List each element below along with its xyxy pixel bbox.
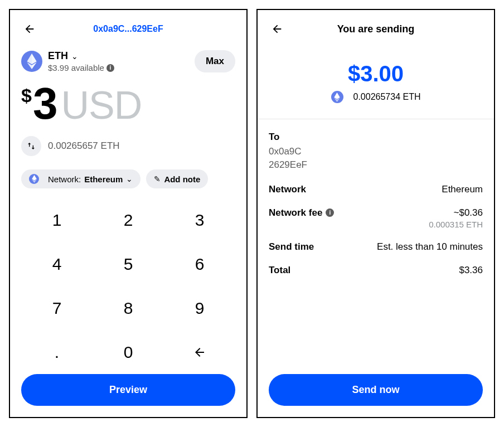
network-selector[interactable]: Network: Ethereum ⌄ (21, 169, 140, 188)
send-amount-fiat: $3.00 (269, 61, 483, 86)
send-amount-crypto: 0.00265734 ETH (353, 92, 421, 102)
key-7[interactable]: 7 (21, 287, 93, 331)
conversion-row: 0.00265657 ETH (21, 136, 235, 156)
pencil-icon: ✎ (154, 174, 161, 183)
amount-unit: USD (61, 86, 142, 125)
add-note-button[interactable]: ✎ Add note (146, 169, 208, 188)
asset-dropdown[interactable]: ETH ⌄ (48, 50, 114, 62)
send-now-button[interactable]: Send now (269, 374, 483, 406)
send-time-value: Est. less than 10 minutes (377, 241, 483, 253)
arrow-left-icon (271, 23, 283, 35)
recipient-address-link[interactable]: 0x0a9C...629EeF (38, 24, 219, 34)
send-entry-screen: 0x0a9C...629EeF ETH ⌄ $3.99 available i … (9, 9, 248, 418)
fee-label: Network fee (269, 207, 322, 219)
header: 0x0a9C...629EeF (21, 20, 235, 38)
arrow-left-icon (23, 23, 36, 35)
to-address-line1: 0x0a9C (269, 145, 483, 158)
key-2[interactable]: 2 (93, 198, 164, 242)
details: To 0x0a9C 2629EeF Network Ethereum Netwo… (269, 132, 483, 276)
network-value: Ethereum (442, 184, 483, 195)
total-value: $3.36 (459, 265, 483, 276)
to-label: To (269, 132, 483, 143)
eth-icon (29, 174, 39, 184)
key-5[interactable]: 5 (93, 242, 164, 287)
key-9[interactable]: 9 (164, 287, 235, 331)
key-6[interactable]: 6 (164, 242, 235, 287)
chevron-down-icon: ⌄ (126, 174, 133, 183)
arrow-left-icon (193, 346, 206, 359)
currency-prefix: $ (21, 85, 32, 106)
fee-row: Network fee i ~$0.36 0.000315 ETH (269, 207, 483, 229)
to-row: To 0x0a9C 2629EeF (269, 132, 483, 172)
fee-fiat: ~$0.36 (454, 207, 483, 219)
info-icon[interactable]: i (326, 208, 334, 217)
asset-symbol: ETH (48, 50, 68, 62)
back-button[interactable] (21, 23, 38, 35)
eth-icon (21, 51, 42, 72)
fee-crypto: 0.000315 ETH (429, 220, 483, 229)
key-4[interactable]: 4 (21, 242, 93, 287)
page-title: You are sending (285, 23, 466, 35)
max-button[interactable]: Max (195, 50, 235, 72)
preview-button[interactable]: Preview (21, 374, 235, 406)
send-time-label: Send time (269, 241, 314, 253)
total-row: Total $3.36 (269, 265, 483, 276)
available-balance: $3.99 available i (48, 63, 114, 72)
total-label: Total (269, 265, 290, 276)
key-dot[interactable]: . (21, 330, 93, 374)
key-8[interactable]: 8 (93, 287, 164, 331)
key-backspace[interactable] (164, 330, 235, 374)
converted-amount: 0.00265657 ETH (48, 140, 120, 152)
chevron-down-icon: ⌄ (71, 52, 78, 61)
key-3[interactable]: 3 (164, 198, 235, 242)
asset-selector-row: ETH ⌄ $3.99 available i Max (21, 50, 235, 72)
options-row: Network: Ethereum ⌄ ✎ Add note (21, 169, 235, 188)
to-address-line2: 2629EeF (269, 158, 483, 172)
key-1[interactable]: 1 (21, 198, 93, 242)
info-icon[interactable]: i (106, 64, 114, 72)
network-prefix: Network: (48, 174, 81, 184)
key-0[interactable]: 0 (93, 330, 164, 374)
send-time-row: Send time Est. less than 10 minutes (269, 241, 483, 253)
network-name: Ethereum (84, 174, 123, 184)
back-button[interactable] (269, 23, 285, 35)
network-label: Network (269, 184, 306, 195)
swap-currency-button[interactable] (21, 136, 41, 156)
amount-display: $ 3 USD (21, 81, 235, 126)
amount-value: 3 (33, 81, 57, 126)
send-amount-crypto-row: 0.00265734 ETH (269, 91, 483, 103)
header: You are sending (269, 20, 483, 38)
numeric-keypad: 1 2 3 4 5 6 7 8 9 . 0 (21, 198, 235, 374)
eth-icon (331, 91, 343, 103)
network-row: Network Ethereum (269, 184, 483, 195)
send-confirm-screen: You are sending $3.00 0.00265734 ETH To … (256, 9, 495, 418)
swap-icon (27, 142, 36, 151)
divider (258, 119, 494, 119)
